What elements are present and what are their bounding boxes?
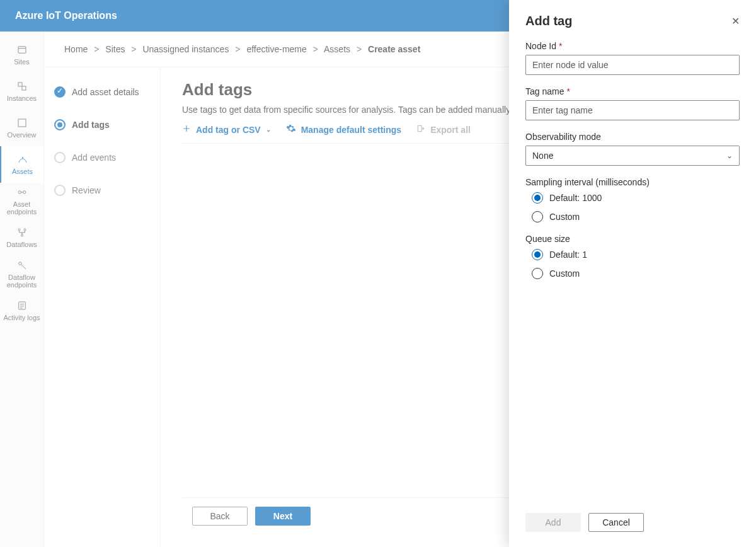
sampling-interval-default-radio[interactable]: Default: 1000 (525, 192, 740, 204)
rail-label: Dataflow endpoints (1, 274, 42, 289)
step-pending-icon (54, 185, 66, 196)
step-label: Add events (72, 153, 116, 163)
rail-sites[interactable]: Sites (0, 37, 43, 73)
action-label: Export all (430, 125, 471, 135)
select-value: None (532, 151, 553, 161)
radio-label: Custom (549, 212, 580, 222)
dataflow-endpoints-icon (16, 260, 28, 271)
step-add-tags[interactable]: Add tags (52, 113, 152, 137)
label-text: Tag name (525, 86, 564, 96)
left-rail: Sites Instances Overview Assets Asset en… (0, 32, 44, 547)
chevron-down-icon: ⌄ (726, 151, 733, 160)
svg-point-5 (18, 191, 21, 194)
panel-header: Add tag ✕ (509, 0, 756, 36)
breadcrumb-sep: > (313, 44, 318, 54)
label-text: Node Id (525, 41, 556, 51)
field-observability-mode: Observability mode None ⌄ (525, 132, 740, 166)
svg-rect-3 (18, 119, 26, 127)
tag-name-input[interactable] (525, 100, 740, 120)
queue-size-label: Queue size (525, 234, 740, 244)
export-all-button[interactable]: Export all (416, 124, 471, 135)
breadcrumb-item[interactable]: Unassigned instances (142, 44, 229, 54)
close-icon[interactable]: ✕ (731, 15, 740, 27)
overview-icon (16, 117, 28, 129)
activity-logs-icon (16, 300, 28, 311)
queue-size-default-radio[interactable]: Default: 1 (525, 249, 740, 260)
instances-icon (16, 81, 28, 92)
rail-label: Assets (12, 168, 33, 175)
add-button[interactable]: Add (525, 513, 581, 532)
breadcrumb-sep: > (235, 44, 240, 54)
rail-activity-logs[interactable]: Activity logs (0, 292, 43, 329)
action-label: Add tag or CSV (196, 125, 261, 135)
panel-body: Node Id * Tag name * Observability mode … (509, 36, 756, 503)
radio-icon (532, 249, 543, 260)
step-pending-icon (54, 152, 66, 163)
observability-mode-select[interactable]: None ⌄ (525, 146, 740, 166)
rail-instances[interactable]: Instances (0, 73, 43, 110)
rail-dataflows[interactable]: Dataflows (0, 219, 43, 256)
breadcrumb-sep: > (131, 44, 136, 54)
node-id-input[interactable] (525, 55, 740, 75)
svg-point-4 (22, 157, 23, 158)
step-completed-icon (54, 86, 66, 98)
svg-point-6 (23, 191, 26, 194)
sampling-interval-radio-group: Default: 1000 Custom (525, 192, 740, 222)
gear-icon (286, 124, 296, 135)
svg-point-10 (18, 262, 21, 265)
required-asterisk: * (559, 41, 562, 51)
panel-title: Add tag (525, 14, 572, 28)
sites-icon (16, 44, 28, 55)
step-add-asset-details[interactable]: Add asset details (52, 80, 152, 104)
assets-icon (17, 154, 28, 165)
field-node-id: Node Id * (525, 41, 740, 75)
chevron-down-icon: ⌄ (266, 126, 271, 133)
step-active-icon (54, 119, 66, 130)
panel-footer: Add Cancel (509, 503, 756, 547)
svg-point-8 (24, 229, 26, 231)
step-add-events[interactable]: Add events (52, 146, 152, 170)
rail-assets[interactable]: Assets (0, 146, 43, 183)
breadcrumb-item[interactable]: Home (64, 44, 88, 54)
svg-point-9 (21, 234, 23, 236)
breadcrumb-sep: > (94, 44, 99, 54)
queue-size-custom-radio[interactable]: Custom (525, 268, 740, 279)
next-button[interactable]: Next (255, 507, 311, 526)
rail-overview[interactable]: Overview (0, 110, 43, 146)
breadcrumb-item[interactable]: Assets (324, 44, 350, 54)
add-tag-panel: Add tag ✕ Node Id * Tag name * Observabi… (509, 0, 756, 547)
radio-icon (532, 192, 543, 204)
step-review[interactable]: Review (52, 178, 152, 202)
manage-default-settings-button[interactable]: Manage default settings (286, 124, 401, 135)
observability-mode-label: Observability mode (525, 132, 740, 142)
radio-label: Custom (549, 268, 580, 279)
step-label: Review (72, 185, 101, 195)
rail-label: Activity logs (3, 314, 40, 321)
svg-point-7 (18, 229, 20, 231)
wizard-steps: Add asset details Add tags Add events Re… (44, 67, 161, 547)
field-sampling-interval: Sampling interval (milliseconds) Default… (525, 177, 740, 222)
rail-dataflow-endpoints[interactable]: Dataflow endpoints (0, 256, 43, 292)
rail-asset-endpoints[interactable]: Asset endpoints (0, 183, 43, 219)
field-tag-name: Tag name * (525, 86, 740, 120)
radio-icon (532, 268, 543, 279)
action-label: Manage default settings (301, 125, 401, 135)
breadcrumb-item[interactable]: effective-meme (246, 44, 306, 54)
plus-icon (182, 124, 191, 135)
cancel-button[interactable]: Cancel (588, 513, 644, 532)
breadcrumb-item[interactable]: Sites (105, 44, 125, 54)
back-button[interactable]: Back (192, 507, 248, 526)
svg-rect-0 (18, 47, 26, 54)
radio-icon (532, 211, 543, 222)
svg-rect-12 (418, 125, 421, 131)
svg-rect-1 (18, 83, 22, 86)
sampling-interval-custom-radio[interactable]: Custom (525, 211, 740, 222)
step-label: Add tags (72, 120, 110, 130)
add-tag-or-csv-button[interactable]: Add tag or CSV ⌄ (182, 124, 271, 135)
rail-label: Sites (14, 58, 29, 66)
node-id-label: Node Id * (525, 41, 740, 51)
radio-label: Default: 1000 (549, 193, 602, 203)
rail-label: Dataflows (6, 241, 37, 248)
app-title: Azure IoT Operations (15, 10, 117, 21)
dataflows-icon (16, 227, 28, 238)
